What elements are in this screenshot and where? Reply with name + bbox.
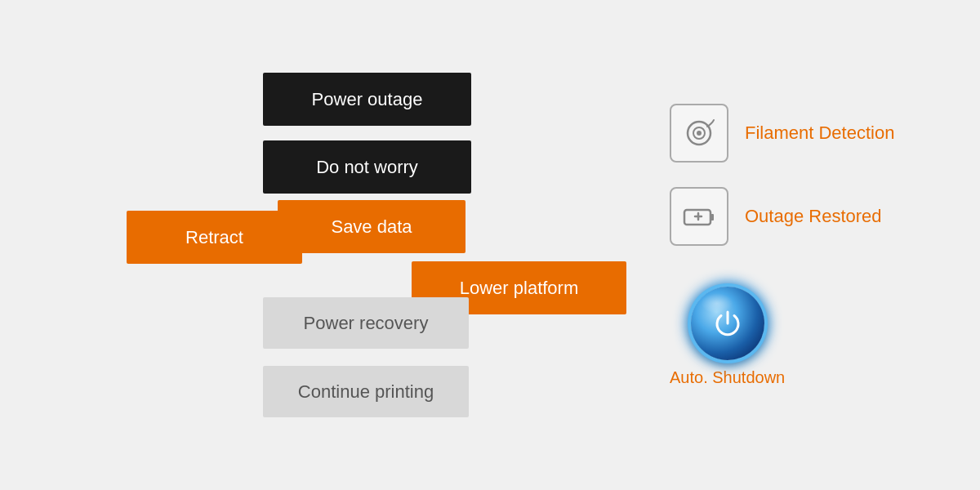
auto-shutdown-container: Auto. Shutdown bbox=[670, 287, 785, 387]
continue-printing-label: Continue printing bbox=[298, 381, 434, 403]
filament-detection-row: Filament Detection bbox=[670, 104, 894, 163]
power-recovery-box: Power recovery bbox=[263, 297, 469, 349]
auto-shutdown-label: Auto. Shutdown bbox=[670, 368, 785, 387]
power-icon bbox=[713, 309, 742, 338]
filament-detection-label: Filament Detection bbox=[745, 122, 894, 144]
filament-detection-icon-box bbox=[670, 104, 728, 163]
power-button[interactable] bbox=[691, 287, 764, 360]
filament-icon bbox=[681, 115, 717, 151]
outage-restored-row: Outage Restored bbox=[670, 187, 882, 246]
outage-restored-label: Outage Restored bbox=[745, 206, 882, 227]
lower-platform-label: Lower platform bbox=[460, 278, 579, 299]
do-not-worry-box: Do not worry bbox=[263, 140, 471, 194]
save-data-box: Save data bbox=[278, 200, 466, 253]
power-outage-box: Power outage bbox=[263, 73, 471, 126]
continue-printing-box: Continue printing bbox=[263, 366, 469, 417]
svg-point-2 bbox=[697, 131, 702, 136]
main-container: Power outage Do not worry Retract Save d… bbox=[0, 0, 980, 490]
right-section: Filament Detection Outage Restored bbox=[637, 0, 980, 490]
retract-box: Retract bbox=[127, 211, 302, 264]
do-not-worry-label: Do not worry bbox=[316, 157, 418, 178]
left-section: Power outage Do not worry Retract Save d… bbox=[0, 0, 637, 490]
svg-rect-4 bbox=[710, 214, 714, 220]
power-outage-label: Power outage bbox=[312, 89, 423, 110]
retract-label: Retract bbox=[185, 227, 243, 248]
outage-restored-icon-box bbox=[670, 187, 728, 246]
power-recovery-label: Power recovery bbox=[304, 313, 429, 334]
battery-icon bbox=[681, 198, 717, 234]
save-data-label: Save data bbox=[331, 216, 412, 238]
